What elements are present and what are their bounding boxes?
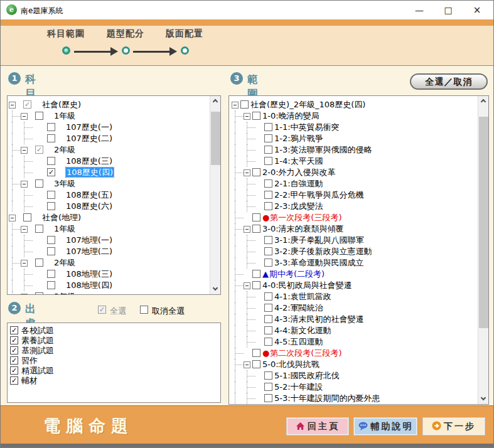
tree-item-label[interactable]: 108歷史(四)	[66, 167, 114, 178]
tree-row[interactable]: 108歷史(五)	[8, 189, 210, 201]
tree-row[interactable]: 1-4:太平天國	[229, 156, 478, 167]
tree-row[interactable]: ▲期中考(二段考)	[229, 269, 478, 280]
tree-item-label[interactable]: 2-3:戊戌變法	[274, 201, 323, 212]
next-button[interactable]: 下一步	[423, 418, 485, 435]
tree-checkbox[interactable]	[47, 236, 55, 244]
tree-row[interactable]: 4-2:軍閥統治	[229, 302, 478, 314]
tree-checkbox[interactable]	[35, 225, 43, 233]
tree-checkbox[interactable]	[264, 394, 272, 402]
tree-item-label[interactable]: 2年級	[54, 257, 75, 269]
tree-item-label[interactable]: 108地理(四)	[66, 280, 112, 291]
minimize-button[interactable]: —	[405, 1, 433, 19]
tree-row[interactable]: 107歷史(二)	[8, 133, 210, 144]
tree-checkbox[interactable]	[264, 338, 272, 346]
tree-item-label[interactable]: ▲期中考(二段考)	[262, 269, 325, 280]
tree-row[interactable]: 5-0:北伐與抗戰	[229, 359, 478, 370]
expand-toggle-icon[interactable]	[244, 282, 250, 289]
tree-item-label[interactable]: 5-1:國民政府北伐	[274, 370, 340, 381]
tree-row[interactable]: 3-1:庚子拳亂與八國聯軍	[229, 235, 478, 246]
tree-checkbox[interactable]	[252, 360, 260, 368]
tree-row[interactable]: 108歷史(六)	[8, 201, 210, 212]
tree-row[interactable]: 5-3:十年建設期間的內憂外患	[229, 393, 478, 404]
tree-item-label[interactable]: 4-0:民初政局與社會變遷	[262, 280, 352, 291]
select-toggle-button[interactable]: 全選／取消	[410, 73, 488, 90]
tree-item-label[interactable]: ●第二次段考(三段考)	[262, 348, 342, 359]
tree-checkbox[interactable]	[47, 270, 55, 278]
tree-item-label[interactable]: 108歷史(三)	[66, 156, 112, 167]
tree-checkbox[interactable]	[35, 292, 43, 294]
tree-checkbox[interactable]	[264, 191, 272, 199]
subject-tree-scrollbar[interactable]	[210, 96, 220, 294]
tree-row[interactable]: 2-0:外力入侵與改革	[229, 167, 478, 178]
expand-toggle-icon[interactable]	[9, 215, 16, 221]
tree-item-label[interactable]: 4-2:軍閥統治	[274, 302, 323, 314]
tree-row[interactable]: 3-3:革命運動與民國成立	[229, 257, 478, 269]
maximize-button[interactable]: □	[434, 1, 462, 19]
tree-checkbox[interactable]	[264, 383, 272, 391]
tree-checkbox[interactable]: ✓	[23, 100, 31, 109]
tree-checkbox[interactable]	[240, 100, 249, 109]
tree-item-label[interactable]: 2年級	[54, 144, 75, 156]
tree-item-label[interactable]: 社會(歷史)	[42, 99, 81, 110]
range-tree-scrollbar[interactable]	[478, 96, 488, 404]
scroll-up-icon[interactable]	[210, 96, 221, 106]
tree-checkbox[interactable]	[252, 270, 260, 278]
tree-item-label[interactable]: 2-1:自強運動	[274, 178, 323, 189]
home-button[interactable]: 回主頁	[287, 418, 348, 435]
tree-row[interactable]: 社會(地理)	[8, 212, 210, 223]
tree-row[interactable]: 4-4:新文化運動	[229, 325, 478, 336]
tree-item-label[interactable]: 4-5:五四運動	[274, 336, 323, 348]
source-checkbox[interactable]: ✓	[10, 366, 18, 375]
tree-row[interactable]: 108歷史(三)	[8, 156, 210, 167]
tree-row[interactable]: ✓2年級	[8, 144, 210, 156]
tree-item-label[interactable]: 3-0:清末的衰頹與傾覆	[262, 223, 344, 235]
tree-checkbox[interactable]	[47, 157, 55, 165]
tree-checkbox[interactable]	[264, 123, 272, 131]
close-button[interactable]: ×	[463, 1, 491, 19]
tree-row[interactable]: 107地理(一)	[8, 235, 210, 246]
tree-row[interactable]: 1-1:中英貿易衝突	[229, 122, 478, 133]
expand-toggle-icon[interactable]	[244, 226, 250, 233]
tree-checkbox[interactable]	[252, 112, 260, 120]
tree-row[interactable]: 2-2:甲午戰爭與瓜分危機	[229, 189, 478, 201]
scroll-up-icon[interactable]	[478, 96, 489, 106]
tree-item-label[interactable]: 4-4:新文化運動	[274, 325, 331, 336]
tree-row[interactable]: ●第一次段考(三段考)	[229, 212, 478, 223]
tree-item-label[interactable]: 107地理(二)	[66, 246, 112, 257]
tree-checkbox[interactable]	[23, 213, 31, 221]
tree-item-label[interactable]: 5-3:十年建設期間的內憂外患	[274, 393, 380, 404]
tree-checkbox[interactable]	[264, 134, 272, 142]
tree-item-label[interactable]: 108地理(三)	[66, 269, 112, 280]
tree-item-label[interactable]: 5-0:北伐與抗戰	[262, 359, 319, 370]
tree-item-label[interactable]: 1-4:太平天國	[274, 156, 323, 167]
tree-item-label[interactable]: 3年級	[54, 291, 75, 294]
tree-checkbox[interactable]: ✓	[47, 168, 55, 176]
tree-item-label[interactable]: 108歷史(六)	[66, 201, 112, 212]
tree-checkbox[interactable]	[47, 202, 55, 210]
tree-checkbox[interactable]	[47, 134, 55, 142]
tree-row[interactable]: ✓社會(歷史)	[8, 99, 210, 110]
source-checkbox[interactable]: ✓	[10, 326, 18, 334]
tree-checkbox[interactable]	[35, 179, 43, 188]
tree-row[interactable]: 5-2:十年建設	[229, 381, 478, 393]
tree-item-label[interactable]: 1年級	[54, 223, 75, 235]
tree-checkbox[interactable]: ✓	[35, 146, 43, 154]
tree-row[interactable]: 108地理(三)	[8, 269, 210, 280]
tree-item-label[interactable]: 5-2:十年建設	[274, 381, 323, 393]
tree-checkbox[interactable]	[264, 247, 272, 255]
tree-checkbox[interactable]	[252, 168, 260, 176]
source-list-item[interactable]: ✓各校試題	[8, 326, 220, 336]
tree-item-label[interactable]: 1-3:英法聯軍與俄國的侵略	[274, 144, 372, 156]
tree-checkbox[interactable]	[264, 157, 272, 165]
tree-item-label[interactable]: 1-1:中英貿易衝突	[274, 122, 340, 133]
tree-row[interactable]: 107地理(二)	[8, 246, 210, 257]
source-checkbox[interactable]: ✓	[10, 376, 18, 385]
expand-toggle-icon[interactable]	[21, 226, 28, 233]
tree-item-label[interactable]: 社會(地理)	[42, 212, 81, 223]
tree-row[interactable]: 3年級	[8, 178, 210, 189]
help-button[interactable]: 輔助說明	[354, 418, 417, 435]
tree-row[interactable]: 4-0:民初政局與社會變遷	[229, 280, 478, 291]
tree-checkbox[interactable]	[35, 259, 43, 267]
tree-checkbox[interactable]	[264, 259, 272, 267]
select-all-checkbox[interactable]: ✓	[98, 306, 106, 314]
